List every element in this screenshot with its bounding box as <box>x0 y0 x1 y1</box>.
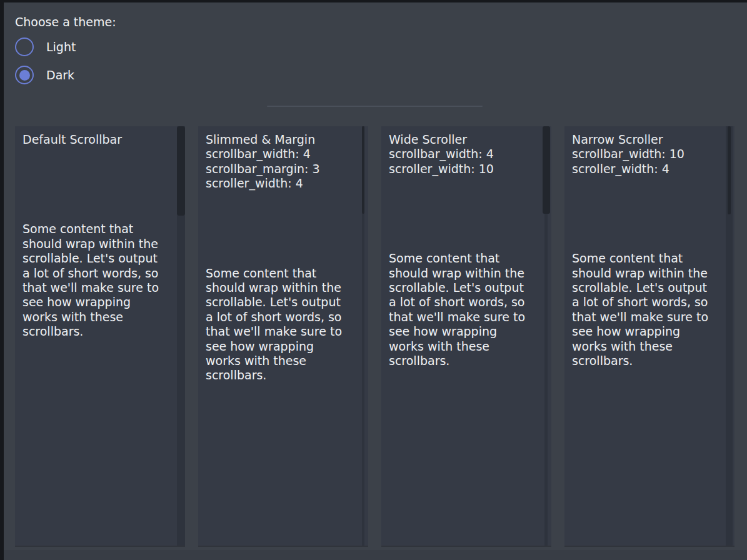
text-line: that we'll make sure to <box>206 324 349 339</box>
text-line: scrollable. Let's output <box>206 295 349 309</box>
text-line: a lot of short words, so <box>206 310 349 324</box>
scrollbar-demo-panels: Default Scrollbar Some content thatshoul… <box>15 126 734 546</box>
text-line: Some content that <box>23 222 166 236</box>
panel-params: scrollbar_width: 10scroller_width: 4 <box>572 147 716 176</box>
panel-params: scrollbar_width: 4scroller_width: 10 <box>389 147 533 176</box>
text-line: scrollbars. <box>206 368 349 382</box>
text-line: scrollable. Let's output <box>572 281 716 295</box>
panel-params: scrollbar_width: 4scrollbar_margin: 3scr… <box>206 147 349 191</box>
radio-circle-unselected-icon <box>15 38 34 56</box>
text-line: that we'll make sure to <box>23 281 166 295</box>
text-line: Some content that <box>572 251 716 266</box>
panel-body-text: Some content thatshould wrap within thes… <box>389 251 533 368</box>
vertical-scrollbar-thumb[interactable] <box>728 126 731 214</box>
text-line: should wrap within the <box>572 266 716 281</box>
text-line: see how wrapping <box>23 295 166 309</box>
radio-label-dark: Dark <box>46 68 74 82</box>
vertical-scrollbar-thumb[interactable] <box>177 126 185 216</box>
text-line: scrollbars. <box>389 354 533 368</box>
text-line: works with these <box>572 339 716 354</box>
text-line: scrollbar_width: 4 <box>389 147 533 161</box>
text-line: works with these <box>389 339 533 354</box>
text-line: see how wrapping <box>572 324 716 339</box>
theme-chooser-label: Choose a theme: <box>15 15 116 29</box>
radio-option-dark[interactable]: Dark <box>15 65 74 85</box>
text-line: that we'll make sure to <box>572 310 716 324</box>
text-line: scroller_width: 4 <box>572 162 716 176</box>
panel-default-scrollbar[interactable]: Default Scrollbar Some content thatshoul… <box>15 126 185 546</box>
radio-circle-selected-icon <box>15 66 34 84</box>
text-line: scrollable. Let's output <box>23 251 166 266</box>
panel-slimmed-margin[interactable]: Slimmed & Margin scrollbar_width: 4scrol… <box>198 126 368 546</box>
vertical-scrollbar-thumb[interactable] <box>362 126 364 214</box>
text-line: scrollbar_width: 10 <box>572 147 716 161</box>
text-line: see how wrapping <box>206 339 349 354</box>
text-line: scrollbar_margin: 3 <box>206 162 349 176</box>
bottom-scrollbar-area[interactable] <box>4 550 747 560</box>
panel-body-text: Some content thatshould wrap within thes… <box>206 266 349 383</box>
text-line: should wrap within the <box>206 281 349 295</box>
panel-body-text: Some content thatshould wrap within thes… <box>23 222 166 339</box>
horizontal-divider <box>267 106 483 107</box>
text-line: should wrap within the <box>23 237 166 251</box>
panel-title: Default Scrollbar <box>23 132 166 147</box>
text-line: works with these <box>206 354 349 368</box>
radio-dot-icon <box>19 70 30 81</box>
text-line: should wrap within the <box>389 266 533 281</box>
radio-label-light: Light <box>46 40 76 54</box>
text-line: works with these <box>23 310 166 324</box>
panel-title: Wide Scroller <box>389 132 533 147</box>
text-line: scrollable. Let's output <box>389 281 533 295</box>
text-line: scroller_width: 10 <box>389 162 533 176</box>
panel-narrow-scroller[interactable]: Narrow Scroller scrollbar_width: 10scrol… <box>564 126 734 546</box>
text-line: see how wrapping <box>389 324 533 339</box>
text-line: a lot of short words, so <box>23 266 166 281</box>
app-page: Choose a theme: Light Dark Default Scrol… <box>4 2 747 560</box>
text-line: Some content that <box>389 251 533 266</box>
text-line: that we'll make sure to <box>389 310 533 324</box>
vertical-scrollbar-thumb[interactable] <box>543 126 550 214</box>
text-line: scrollbars. <box>572 354 716 368</box>
panel-wide-scroller[interactable]: Wide Scroller scrollbar_width: 4scroller… <box>381 126 551 546</box>
text-line: Some content that <box>206 266 349 281</box>
panel-body-text: Some content thatshould wrap within thes… <box>572 251 716 368</box>
panel-title: Narrow Scroller <box>572 132 716 147</box>
panel-title: Slimmed & Margin <box>206 132 349 147</box>
text-line: a lot of short words, so <box>389 295 533 309</box>
text-line: a lot of short words, so <box>572 295 716 309</box>
text-line: scrollbars. <box>23 324 166 339</box>
text-line: scroller_width: 4 <box>206 176 349 191</box>
text-line: scrollbar_width: 4 <box>206 147 349 161</box>
radio-option-light[interactable]: Light <box>15 37 76 57</box>
